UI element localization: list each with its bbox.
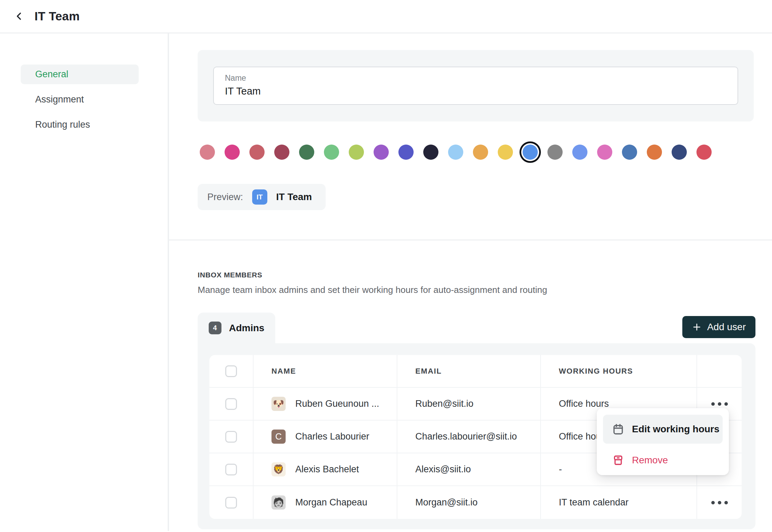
admins-tab-label: Admins [229, 323, 265, 334]
table-header-row: NAME EMAIL WORKING HOURS [209, 355, 742, 388]
archive-icon [612, 454, 624, 466]
row-actions-menu-button[interactable] [708, 399, 731, 409]
row-checkbox[interactable] [225, 497, 237, 509]
team-preview: Preview: IT IT Team [198, 184, 326, 210]
inbox-members-heading: INBOX MEMBERS [198, 271, 755, 279]
plus-icon [692, 322, 702, 332]
add-user-button[interactable]: Add user [682, 316, 755, 338]
member-email: Morgan@siit.io [415, 497, 477, 508]
member-avatar: 🧑 [271, 495, 286, 510]
color-picker [198, 142, 755, 162]
select-all-checkbox[interactable] [225, 365, 237, 377]
calendar-icon [612, 423, 624, 435]
menu-item-edit-working-hours[interactable]: Edit working hours [603, 415, 723, 444]
column-header-name: NAME [254, 355, 397, 387]
column-header-email: EMAIL [397, 355, 541, 387]
member-email: Ruben@siit.io [415, 398, 474, 409]
row-checkbox[interactable] [225, 431, 237, 443]
name-field-label: Name [225, 73, 738, 83]
color-swatch[interactable] [398, 145, 414, 160]
row-actions-dropdown: Edit working hours Remove [597, 408, 729, 475]
inbox-members-section: INBOX MEMBERS Manage team inbox admins a… [169, 240, 772, 529]
sidebar: General Assignment Routing rules [0, 33, 169, 531]
row-actions-menu-button[interactable] [708, 497, 731, 508]
color-swatch[interactable] [374, 145, 389, 160]
member-avatar: 🦁 [271, 462, 286, 476]
sidebar-item-assignment[interactable]: Assignment [21, 90, 139, 109]
color-swatch[interactable] [324, 145, 339, 160]
color-swatch[interactable] [622, 145, 637, 160]
member-working-hours: Office hours [559, 398, 609, 409]
team-name-input[interactable]: Name IT Team [213, 67, 738, 105]
color-swatch[interactable] [696, 145, 712, 160]
members-toolbar: 4 Admins Add user [198, 313, 755, 343]
color-swatch[interactable] [572, 145, 587, 160]
team-settings-page: IT Team General Assignment Routing rules… [0, 0, 772, 532]
member-working-hours: IT team calendar [559, 497, 629, 508]
color-swatch[interactable] [647, 145, 662, 160]
color-swatch[interactable] [448, 145, 463, 160]
general-section: Name IT Team [169, 50, 772, 210]
color-swatch[interactable] [547, 145, 563, 160]
member-name: Morgan Chapeau [295, 497, 367, 508]
page-title: IT Team [34, 9, 80, 23]
color-swatch[interactable] [274, 145, 289, 160]
menu-item-remove[interactable]: Remove [603, 446, 723, 475]
sidebar-item-routing-rules[interactable]: Routing rules [21, 115, 139, 135]
chevron-left-icon [14, 11, 24, 21]
color-swatch[interactable] [672, 145, 687, 160]
member-email: Charles.labourier@siit.io [415, 431, 517, 442]
color-swatch[interactable] [498, 145, 513, 160]
preview-label: Preview: [207, 192, 243, 203]
name-card: Name IT Team [198, 50, 754, 121]
name-field-value: IT Team [225, 86, 738, 97]
color-swatch[interactable] [597, 145, 612, 160]
member-name: Charles Labourier [295, 431, 369, 442]
admins-count-badge: 4 [209, 322, 221, 334]
column-header-working-hours: WORKING HOURS [541, 355, 697, 387]
color-swatch[interactable] [473, 145, 488, 160]
color-swatch[interactable] [349, 145, 364, 160]
table-row: 🧑 Morgan Chapeau Morgan@siit.io IT team … [209, 486, 742, 519]
color-swatch[interactable] [523, 145, 538, 160]
sidebar-item-general[interactable]: General [21, 65, 139, 84]
member-avatar: C [271, 430, 286, 444]
member-email: Alexis@siit.io [415, 464, 471, 475]
color-swatch[interactable] [249, 145, 265, 160]
add-user-label: Add user [707, 322, 746, 333]
row-checkbox[interactable] [225, 398, 237, 410]
page-header: IT Team [0, 0, 772, 33]
color-swatch[interactable] [299, 145, 314, 160]
inbox-members-description: Manage team inbox admins and set their w… [198, 285, 755, 295]
member-name: Alexis Bachelet [295, 464, 359, 475]
member-name: Ruben Gueunoun ... [295, 398, 379, 409]
color-swatch[interactable] [200, 145, 215, 160]
preview-team-name: IT Team [276, 191, 312, 203]
team-avatar-badge: IT [252, 189, 267, 205]
tab-admins[interactable]: 4 Admins [198, 313, 275, 343]
row-checkbox[interactable] [225, 464, 237, 475]
member-avatar: 🐶 [271, 397, 286, 411]
member-working-hours: - [559, 464, 562, 475]
color-swatch[interactable] [225, 145, 240, 160]
color-swatch[interactable] [423, 145, 438, 160]
back-button[interactable] [12, 9, 27, 24]
